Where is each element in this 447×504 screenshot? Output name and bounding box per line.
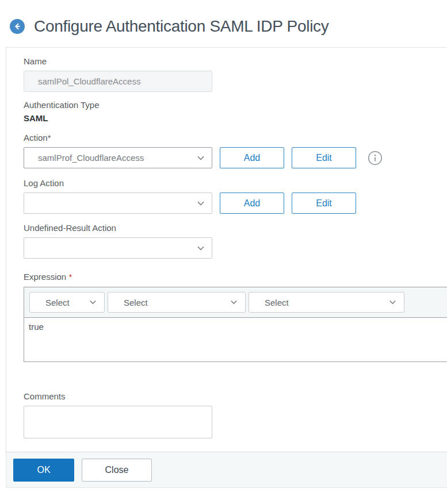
action-select[interactable]: samlProf_CloudflareAccess [24,147,212,168]
expression-select-2[interactable]: Select [108,292,246,313]
chevron-down-icon [89,298,97,307]
undefined-result-action-select[interactable] [24,237,212,259]
expression-select-1-value: Select [45,298,70,307]
form-body: Name Authentication Type SAML Action* sa… [6,48,447,452]
form-panel: Name Authentication Type SAML Action* sa… [6,47,447,488]
chevron-down-icon [230,298,238,307]
page-title: Configure Authentication SAML IDP Policy [34,17,329,36]
log-action-label: Log Action [24,178,442,188]
back-button[interactable] [10,19,25,34]
chevron-down-icon [196,199,205,208]
expression-label: Expression * [24,272,442,282]
expression-editor: Select Select Select [24,287,447,362]
name-label: Name [24,56,442,67]
field-expression: Expression * Select Select [24,272,442,362]
close-button[interactable]: Close [82,459,152,482]
expression-select-3[interactable]: Select [249,292,404,313]
authentication-type-value: SAML [24,113,442,123]
expression-select-1[interactable]: Select [29,292,105,313]
log-action-edit-button[interactable]: Edit [292,193,356,214]
comments-label: Comments [24,391,442,402]
undefined-result-action-label: Undefined-Result Action [24,223,442,233]
field-undefined-result-action: Undefined-Result Action [24,223,442,259]
action-info-button[interactable] [368,151,383,166]
field-name: Name [24,56,442,92]
log-action-select[interactable] [24,193,212,214]
expression-toolbar: Select Select Select [24,287,447,318]
field-log-action: Log Action Add Edit [24,178,442,214]
info-icon [368,151,383,166]
field-comments: Comments [24,391,442,438]
page-header: Configure Authentication SAML IDP Policy [10,17,447,36]
field-action: Action* samlProf_CloudflareAccess Add Ed… [24,133,442,168]
chevron-down-icon [196,244,205,253]
expression-select-3-value: Select [265,298,289,307]
log-action-add-button[interactable]: Add [220,193,284,214]
back-arrow-icon [13,22,21,30]
expression-textarea[interactable]: true [24,318,447,361]
action-edit-button[interactable]: Edit [292,147,356,168]
form-footer: OK Close [6,452,447,487]
expression-select-2-value: Select [124,298,148,307]
action-add-button[interactable]: Add [220,147,284,168]
chevron-down-icon [388,298,397,307]
authentication-type-label: Authentication Type [24,100,442,110]
action-label: Action* [24,133,442,143]
name-input[interactable] [24,71,212,92]
required-asterisk: * [68,272,72,282]
chevron-down-icon [196,153,205,163]
ok-button[interactable]: OK [13,459,74,482]
field-authentication-type: Authentication Type SAML [24,100,442,123]
comments-textarea[interactable] [24,406,212,438]
action-select-value: samlProf_CloudflareAccess [38,153,144,163]
